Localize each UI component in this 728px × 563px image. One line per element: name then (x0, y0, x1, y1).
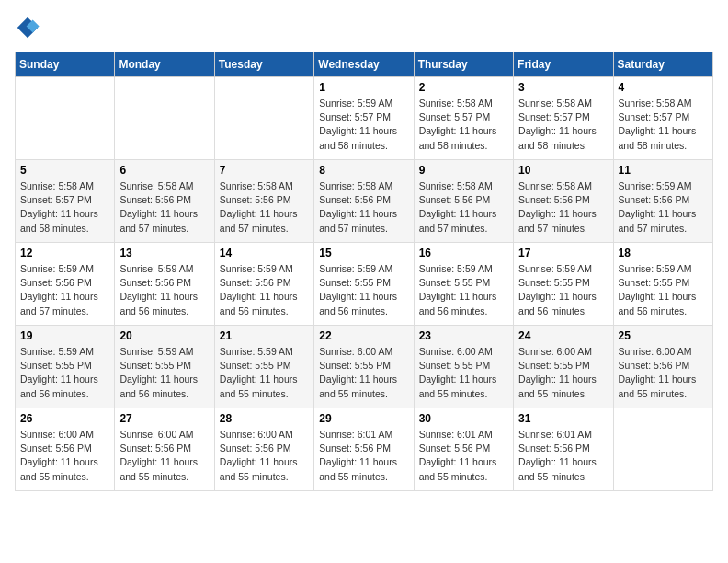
day-number: 15 (319, 247, 408, 259)
day-info: Sunrise: 5:58 AM Sunset: 5:57 PM Dayligh… (619, 97, 708, 153)
calendar-cell: 13Sunrise: 5:59 AM Sunset: 5:56 PM Dayli… (115, 243, 214, 326)
day-number: 29 (319, 412, 408, 425)
day-info: Sunrise: 5:59 AM Sunset: 5:56 PM Dayligh… (119, 262, 209, 318)
calendar-cell: 7Sunrise: 5:58 AM Sunset: 5:56 PM Daylig… (214, 160, 313, 243)
day-info: Sunrise: 5:58 AM Sunset: 5:57 PM Dayligh… (518, 97, 608, 153)
day-number: 30 (419, 412, 508, 425)
day-info: Sunrise: 6:00 AM Sunset: 5:56 PM Dayligh… (119, 428, 209, 484)
calendar-cell: 28Sunrise: 6:00 AM Sunset: 5:56 PM Dayli… (214, 408, 313, 491)
day-info: Sunrise: 5:59 AM Sunset: 5:56 PM Dayligh… (20, 262, 109, 318)
day-info: Sunrise: 5:58 AM Sunset: 5:56 PM Dayligh… (419, 179, 508, 236)
day-info: Sunrise: 5:58 AM Sunset: 5:56 PM Dayligh… (518, 179, 608, 236)
day-info: Sunrise: 5:58 AM Sunset: 5:57 PM Dayligh… (419, 97, 508, 153)
day-number: 21 (220, 329, 309, 342)
day-info: Sunrise: 6:01 AM Sunset: 5:56 PM Dayligh… (419, 428, 508, 484)
calendar-table: SundayMondayTuesdayWednesdayThursdayFrid… (15, 52, 713, 491)
day-info: Sunrise: 5:58 AM Sunset: 5:56 PM Dayligh… (220, 179, 309, 236)
day-info: Sunrise: 5:59 AM Sunset: 5:55 PM Dayligh… (518, 262, 608, 318)
day-info: Sunrise: 5:59 AM Sunset: 5:55 PM Dayligh… (220, 345, 309, 401)
day-number: 4 (619, 81, 708, 94)
calendar-cell: 1Sunrise: 5:59 AM Sunset: 5:57 PM Daylig… (314, 77, 414, 160)
day-number: 20 (119, 329, 209, 342)
day-info: Sunrise: 5:58 AM Sunset: 5:57 PM Dayligh… (20, 179, 109, 236)
day-number: 28 (220, 412, 309, 425)
week-row-3: 12Sunrise: 5:59 AM Sunset: 5:56 PM Dayli… (16, 243, 713, 326)
day-number: 19 (20, 329, 109, 342)
calendar-cell: 12Sunrise: 5:59 AM Sunset: 5:56 PM Dayli… (16, 243, 115, 326)
logo-icon (15, 15, 40, 40)
day-number: 3 (518, 81, 608, 94)
calendar-cell: 17Sunrise: 5:59 AM Sunset: 5:55 PM Dayli… (514, 243, 613, 326)
day-info: Sunrise: 5:59 AM Sunset: 5:55 PM Dayligh… (619, 262, 708, 318)
day-number: 7 (220, 164, 309, 177)
day-number: 2 (419, 81, 508, 94)
week-row-1: 1Sunrise: 5:59 AM Sunset: 5:57 PM Daylig… (16, 77, 713, 160)
calendar-cell: 22Sunrise: 6:00 AM Sunset: 5:55 PM Dayli… (314, 326, 414, 408)
calendar-cell: 2Sunrise: 5:58 AM Sunset: 5:57 PM Daylig… (414, 77, 513, 160)
day-number: 1 (319, 81, 408, 94)
calendar-cell: 23Sunrise: 6:00 AM Sunset: 5:55 PM Dayli… (414, 326, 513, 408)
day-header-friday: Friday (514, 52, 613, 77)
day-number: 26 (20, 412, 109, 425)
day-number: 24 (518, 329, 608, 342)
calendar-cell (214, 77, 313, 160)
day-header-sunday: Sunday (16, 52, 115, 77)
calendar-cell: 3Sunrise: 5:58 AM Sunset: 5:57 PM Daylig… (514, 77, 613, 160)
day-header-thursday: Thursday (414, 52, 513, 77)
day-info: Sunrise: 5:59 AM Sunset: 5:56 PM Dayligh… (220, 262, 309, 318)
calendar-cell: 5Sunrise: 5:58 AM Sunset: 5:57 PM Daylig… (16, 160, 115, 243)
day-number: 18 (619, 247, 708, 259)
week-row-2: 5Sunrise: 5:58 AM Sunset: 5:57 PM Daylig… (16, 160, 713, 243)
day-number: 9 (419, 164, 508, 177)
calendar-cell: 16Sunrise: 5:59 AM Sunset: 5:55 PM Dayli… (414, 243, 513, 326)
calendar-cell: 24Sunrise: 6:00 AM Sunset: 5:55 PM Dayli… (514, 326, 613, 408)
week-row-4: 19Sunrise: 5:59 AM Sunset: 5:55 PM Dayli… (16, 326, 713, 408)
day-number: 13 (119, 247, 209, 259)
calendar-cell: 6Sunrise: 5:58 AM Sunset: 5:56 PM Daylig… (115, 160, 214, 243)
day-number: 22 (319, 329, 408, 342)
week-row-5: 26Sunrise: 6:00 AM Sunset: 5:56 PM Dayli… (16, 408, 713, 491)
day-number: 8 (319, 164, 408, 177)
day-header-tuesday: Tuesday (214, 52, 313, 77)
calendar-cell: 9Sunrise: 5:58 AM Sunset: 5:56 PM Daylig… (414, 160, 513, 243)
calendar-cell: 31Sunrise: 6:01 AM Sunset: 5:56 PM Dayli… (514, 408, 613, 491)
day-number: 31 (518, 412, 608, 425)
calendar-cell (115, 77, 214, 160)
calendar-cell: 26Sunrise: 6:00 AM Sunset: 5:56 PM Dayli… (16, 408, 115, 491)
day-number: 16 (419, 247, 508, 259)
day-info: Sunrise: 5:59 AM Sunset: 5:55 PM Dayligh… (319, 262, 408, 318)
day-info: Sunrise: 6:00 AM Sunset: 5:55 PM Dayligh… (518, 345, 608, 401)
day-info: Sunrise: 5:59 AM Sunset: 5:55 PM Dayligh… (419, 262, 508, 318)
calendar-cell: 29Sunrise: 6:01 AM Sunset: 5:56 PM Dayli… (314, 408, 414, 491)
day-info: Sunrise: 5:59 AM Sunset: 5:57 PM Dayligh… (319, 97, 408, 153)
day-number: 6 (119, 164, 209, 177)
day-number: 23 (419, 329, 508, 342)
day-number: 11 (619, 164, 708, 177)
calendar-cell: 20Sunrise: 5:59 AM Sunset: 5:55 PM Dayli… (115, 326, 214, 408)
calendar-cell: 4Sunrise: 5:58 AM Sunset: 5:57 PM Daylig… (613, 77, 712, 160)
calendar-cell: 25Sunrise: 6:00 AM Sunset: 5:56 PM Dayli… (613, 326, 712, 408)
calendar-cell: 8Sunrise: 5:58 AM Sunset: 5:56 PM Daylig… (314, 160, 414, 243)
calendar-cell: 14Sunrise: 5:59 AM Sunset: 5:56 PM Dayli… (214, 243, 313, 326)
page-header (15, 15, 713, 40)
day-info: Sunrise: 6:01 AM Sunset: 5:56 PM Dayligh… (319, 428, 408, 484)
day-info: Sunrise: 6:00 AM Sunset: 5:56 PM Dayligh… (619, 345, 708, 401)
calendar-cell: 18Sunrise: 5:59 AM Sunset: 5:55 PM Dayli… (613, 243, 712, 326)
day-header-monday: Monday (115, 52, 214, 77)
logo (15, 15, 46, 40)
day-info: Sunrise: 6:00 AM Sunset: 5:55 PM Dayligh… (319, 345, 408, 401)
calendar-cell: 11Sunrise: 5:59 AM Sunset: 5:56 PM Dayli… (613, 160, 712, 243)
day-info: Sunrise: 6:01 AM Sunset: 5:56 PM Dayligh… (518, 428, 608, 484)
day-info: Sunrise: 5:59 AM Sunset: 5:56 PM Dayligh… (619, 179, 708, 236)
day-number: 10 (518, 164, 608, 177)
calendar-cell: 27Sunrise: 6:00 AM Sunset: 5:56 PM Dayli… (115, 408, 214, 491)
day-info: Sunrise: 5:58 AM Sunset: 5:56 PM Dayligh… (319, 179, 408, 236)
calendar-cell: 19Sunrise: 5:59 AM Sunset: 5:55 PM Dayli… (16, 326, 115, 408)
calendar-cell: 15Sunrise: 5:59 AM Sunset: 5:55 PM Dayli… (314, 243, 414, 326)
calendar-cell: 21Sunrise: 5:59 AM Sunset: 5:55 PM Dayli… (214, 326, 313, 408)
day-number: 5 (20, 164, 109, 177)
day-header-saturday: Saturday (613, 52, 712, 77)
day-info: Sunrise: 5:59 AM Sunset: 5:55 PM Dayligh… (119, 345, 209, 401)
day-info: Sunrise: 6:00 AM Sunset: 5:55 PM Dayligh… (419, 345, 508, 401)
day-number: 27 (119, 412, 209, 425)
